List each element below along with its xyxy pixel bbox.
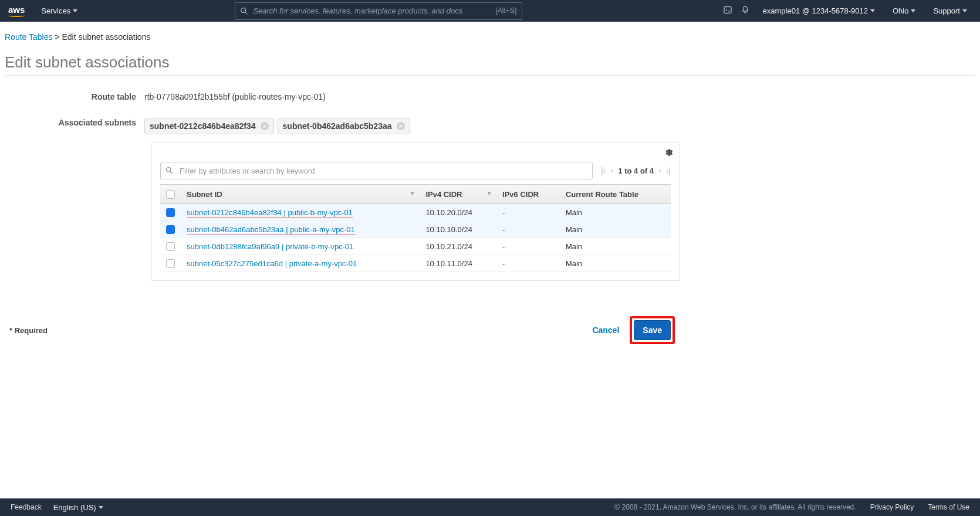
pager-text: 1 to 4 of 4 (618, 167, 654, 175)
subnet-table-panel: |‹ ‹ 1 to 4 of 4 › ›| Subnet ID▾ IPv4 CI… (151, 142, 680, 281)
table-row[interactable]: subnet-0212c846b4ea82f34 | public-b-my-v… (160, 204, 671, 221)
account-label: example01 @ 1234-5678-9012 (763, 6, 868, 15)
cell-ipv6: - (496, 238, 560, 255)
sort-icon: ▾ (411, 190, 414, 196)
cell-ipv4: 10.10.20.0/24 (420, 204, 496, 221)
subnet-chip: subnet-0b462ad6abc5b23aa× (278, 118, 410, 134)
save-highlight: Save (630, 316, 675, 344)
subnet-link[interactable]: subnet-05c327c275ed1ca6d | private-a-my-… (187, 259, 357, 268)
nav-right: example01 @ 1234-5678-9012 Ohio Support (723, 5, 972, 16)
row-checkbox[interactable] (166, 242, 175, 251)
page-first-icon[interactable]: |‹ (601, 166, 606, 175)
associated-subnets-row: Associated subnets subnet-0212c846b4ea82… (5, 116, 680, 134)
cell-ipv4: 10.10.21.0/24 (420, 238, 496, 255)
col-subnet-id-label: Subnet ID (187, 190, 222, 199)
cell-route-table: Main (560, 221, 671, 238)
cell-ipv4: 10.10.11.0/24 (420, 255, 496, 272)
footer-actions: * Required Cancel Save (5, 316, 680, 344)
cancel-button[interactable]: Cancel (586, 321, 625, 340)
filter-row: |‹ ‹ 1 to 4 of 4 › ›| (160, 162, 671, 179)
pager: |‹ ‹ 1 to 4 of 4 › ›| (601, 166, 671, 175)
gear-icon[interactable] (664, 148, 673, 159)
save-button[interactable]: Save (634, 320, 671, 340)
row-checkbox[interactable] (166, 259, 175, 268)
page-body: Route Tables > Edit subnet associations … (0, 22, 980, 349)
region-label: Ohio (893, 6, 908, 15)
search-shortcut: [Alt+S] (496, 6, 517, 15)
form: Route table rtb-07798a091f2b155bf (publi… (5, 90, 680, 344)
search-input[interactable] (235, 2, 522, 20)
row-checkbox[interactable] (166, 208, 175, 217)
filter-box (160, 162, 593, 179)
global-search: [Alt+S] (235, 2, 522, 20)
support-label: Support (933, 6, 960, 15)
page-title: Edit subnet associations (5, 45, 975, 76)
subnet-chip: subnet-0212c846b4ea82f34× (144, 118, 274, 134)
support-menu[interactable]: Support (928, 6, 972, 15)
breadcrumb: Route Tables > Edit subnet associations (5, 26, 975, 45)
cell-ipv6: - (496, 204, 560, 221)
chip-remove-icon[interactable]: × (397, 122, 405, 130)
cell-ipv4: 10.10.10.0/24 (420, 221, 496, 238)
breadcrumb-root[interactable]: Route Tables (5, 32, 52, 42)
cell-route-table: Main (560, 238, 671, 255)
route-table-label: Route table (5, 90, 144, 101)
services-menu[interactable]: Services (36, 6, 82, 15)
row-checkbox[interactable] (166, 225, 175, 234)
route-table-row: Route table rtb-07798a091f2b155bf (publi… (5, 90, 680, 101)
page-prev-icon[interactable]: ‹ (611, 166, 614, 175)
route-table-value: rtb-07798a091f2b155bf (public-routes-my-… (144, 90, 680, 101)
top-nav: aws Services [Alt+S] example01 @ 1234-56… (0, 0, 980, 22)
col-checkbox (160, 185, 181, 204)
table-row[interactable]: subnet-05c327c275ed1ca6d | private-a-my-… (160, 255, 671, 272)
chip-remove-icon[interactable]: × (261, 122, 269, 130)
aws-logo[interactable]: aws (8, 5, 25, 17)
col-route-table[interactable]: Current Route Table (560, 185, 671, 204)
svg-point-3 (167, 168, 171, 172)
chevron-down-icon (962, 9, 967, 12)
subnet-link[interactable]: subnet-0b462ad6abc5b23aa | public-a-my-v… (187, 225, 355, 235)
col-ipv4[interactable]: IPv4 CIDR▾ (420, 185, 496, 204)
search-icon (239, 6, 249, 18)
col-ipv6-label: IPv6 CIDR (502, 190, 539, 199)
cloudshell-icon[interactable] (723, 5, 732, 16)
subnet-link[interactable]: subnet-0db1288fca9af96a9 | private-b-my-… (187, 242, 354, 251)
region-menu[interactable]: Ohio (888, 6, 920, 15)
svg-line-1 (245, 12, 247, 14)
subnet-link[interactable]: subnet-0212c846b4ea82f34 | public-b-my-v… (187, 208, 353, 218)
required-note: * Required (9, 326, 48, 335)
associated-subnets-label: Associated subnets (5, 116, 144, 127)
cell-ipv6: - (496, 255, 560, 272)
col-subnet-id[interactable]: Subnet ID▾ (181, 185, 420, 204)
chevron-down-icon (73, 9, 77, 12)
chip-label: subnet-0212c846b4ea82f34 (150, 121, 256, 131)
col-ipv6[interactable]: IPv6 CIDR (496, 185, 560, 204)
select-all-checkbox[interactable] (166, 190, 175, 199)
account-menu[interactable]: example01 @ 1234-5678-9012 (758, 6, 880, 15)
services-label: Services (41, 6, 70, 15)
associated-subnet-chips: subnet-0212c846b4ea82f34×subnet-0b462ad6… (144, 116, 680, 134)
filter-input[interactable] (160, 162, 593, 179)
cell-route-table: Main (560, 255, 671, 272)
chevron-down-icon (870, 9, 875, 12)
page-next-icon[interactable]: › (658, 166, 661, 175)
svg-line-4 (170, 171, 172, 173)
search-icon (165, 166, 174, 176)
sort-icon: ▾ (488, 190, 491, 196)
svg-point-0 (241, 8, 246, 12)
col-ipv4-label: IPv4 CIDR (425, 190, 462, 199)
cell-route-table: Main (560, 204, 671, 221)
col-route-table-label: Current Route Table (566, 190, 638, 199)
breadcrumb-current: Edit subnet associations (62, 32, 150, 42)
cell-ipv6: - (496, 221, 560, 238)
breadcrumb-sep: > (55, 32, 59, 42)
chevron-down-icon (911, 9, 915, 12)
table-row[interactable]: subnet-0b462ad6abc5b23aa | public-a-my-v… (160, 221, 671, 238)
page-last-icon[interactable]: ›| (666, 166, 671, 175)
notifications-icon[interactable] (741, 5, 750, 16)
svg-rect-2 (724, 7, 731, 13)
table-row[interactable]: subnet-0db1288fca9af96a9 | private-b-my-… (160, 238, 671, 255)
subnet-table: Subnet ID▾ IPv4 CIDR▾ IPv6 CIDR Current … (160, 184, 671, 272)
chip-label: subnet-0b462ad6abc5b23aa (283, 121, 392, 131)
